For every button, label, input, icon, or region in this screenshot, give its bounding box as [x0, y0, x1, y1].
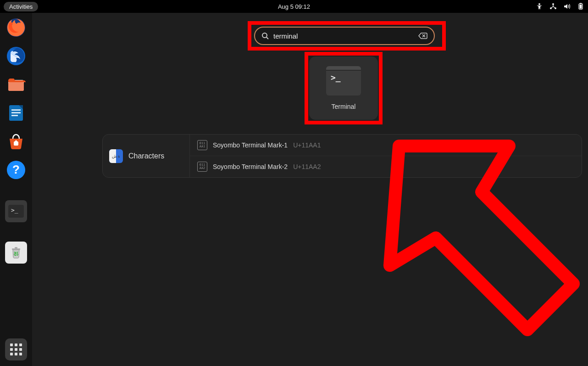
svg-rect-5 — [580, 3, 582, 4]
dock-item-files[interactable] — [5, 73, 27, 96]
top-bar: Activities Aug 5 09:12 — [0, 0, 588, 13]
app-result-label: Terminal — [332, 103, 356, 110]
glyph-placeholder-icon: 011AA1 — [197, 140, 207, 150]
clear-search-icon[interactable] — [418, 32, 427, 39]
search-icon — [261, 32, 269, 39]
apps-grid-icon — [10, 343, 22, 355]
characters-results: Characters 011AA1 Soyombo Terminal Mark-… — [102, 134, 582, 178]
dock-item-terminal[interactable]: >_ — [5, 200, 27, 222]
character-code: U+11AA2 — [293, 163, 321, 170]
character-code: U+11AA1 — [293, 141, 321, 149]
svg-line-23 — [266, 37, 268, 39]
svg-rect-21 — [15, 247, 17, 248]
character-result-item[interactable]: 011AA2 Soyombo Terminal Mark-2 U+11AA2 — [190, 156, 582, 177]
dock: ? >_ — [0, 13, 32, 366]
search-input[interactable] — [273, 32, 414, 40]
svg-rect-10 — [8, 82, 24, 91]
volume-icon[interactable] — [563, 3, 571, 10]
svg-rect-13 — [11, 112, 21, 113]
battery-icon[interactable] — [577, 3, 584, 10]
show-apps-button[interactable] — [5, 338, 27, 360]
dock-item-ubuntu-software[interactable] — [5, 130, 27, 152]
svg-rect-12 — [11, 109, 21, 111]
system-tray[interactable] — [536, 3, 584, 10]
network-icon[interactable] — [549, 3, 557, 10]
activities-button[interactable]: Activities — [4, 2, 38, 11]
overview-search[interactable] — [254, 27, 435, 45]
character-name: Soyombo Terminal Mark-1 — [213, 141, 288, 149]
svg-point-0 — [538, 3, 540, 5]
terminal-app-icon — [326, 66, 361, 96]
svg-rect-14 — [11, 115, 18, 116]
characters-section-header[interactable]: Characters — [103, 135, 190, 177]
dock-item-libreoffice-writer[interactable] — [5, 102, 27, 124]
clock[interactable]: Aug 5 09:12 — [278, 3, 310, 10]
character-result-item[interactable]: 011AA1 Soyombo Terminal Mark-1 U+11AA1 — [190, 135, 582, 156]
dock-item-help[interactable]: ? — [5, 159, 27, 181]
activities-overview: Terminal Characters 011AA1 Soyombo Termi… — [32, 13, 588, 366]
svg-text:>_: >_ — [11, 207, 18, 214]
character-name: Soyombo Terminal Mark-2 — [213, 163, 288, 170]
glyph-placeholder-icon: 011AA2 — [197, 162, 207, 172]
app-result-terminal[interactable]: Terminal — [309, 56, 378, 120]
svg-rect-6 — [580, 5, 582, 9]
dock-item-firefox[interactable] — [5, 17, 27, 39]
characters-section-label: Characters — [128, 152, 164, 160]
dock-item-thunderbird[interactable] — [5, 45, 27, 67]
svg-point-22 — [262, 33, 267, 38]
accessibility-icon[interactable] — [536, 3, 543, 10]
svg-point-1 — [552, 3, 554, 5]
dock-item-trash[interactable] — [5, 242, 27, 264]
svg-text:?: ? — [12, 163, 20, 176]
svg-rect-20 — [12, 248, 20, 250]
svg-rect-15 — [14, 141, 18, 146]
characters-app-icon — [109, 149, 123, 163]
